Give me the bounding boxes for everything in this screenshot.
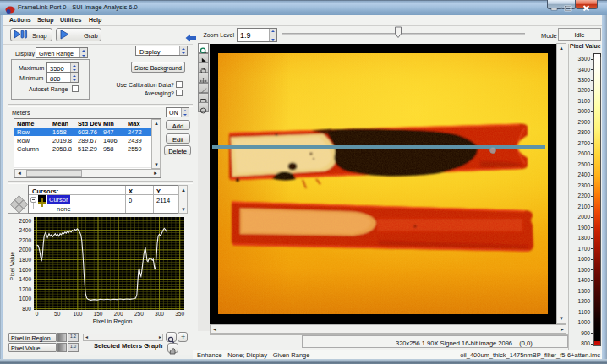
svg-text:1000: 1000 [19,296,32,302]
svg-text:250: 250 [134,311,144,317]
svg-text:2000: 2000 [19,247,32,253]
svg-text:2200: 2200 [19,237,32,243]
svg-text:1400: 1400 [19,276,32,282]
svg-text:100: 100 [73,311,82,317]
svg-text:1200: 1200 [19,286,32,292]
svg-text:2400: 2400 [19,227,32,233]
svg-text:50: 50 [54,311,61,317]
svg-text:2600: 2600 [19,218,32,224]
svg-text:1800: 1800 [19,257,32,263]
svg-text:800: 800 [22,306,31,312]
svg-text:350: 350 [175,311,184,317]
svg-text:300: 300 [155,311,164,317]
svg-text:Pixel in Region: Pixel in Region [93,318,133,325]
svg-text:0: 0 [36,311,39,317]
svg-text:150: 150 [94,311,103,317]
svg-text:200: 200 [114,311,123,317]
svg-text:Pixel Value: Pixel Value [9,252,15,281]
svg-text:1600: 1600 [19,267,32,273]
